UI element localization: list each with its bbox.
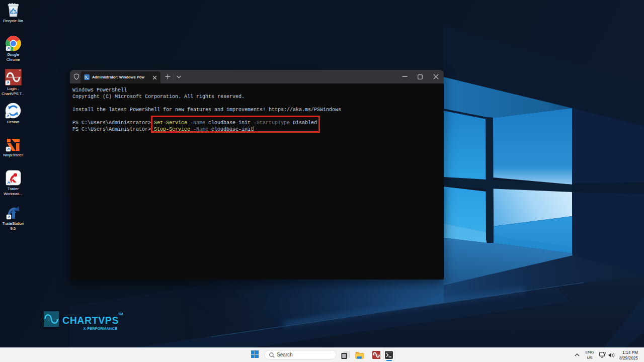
svg-text:CHARTVPS: CHARTVPS	[62, 315, 119, 326]
svg-text:TM: TM	[118, 312, 123, 316]
svg-text:X-PERFORMANCE: X-PERFORMANCE	[83, 326, 117, 331]
